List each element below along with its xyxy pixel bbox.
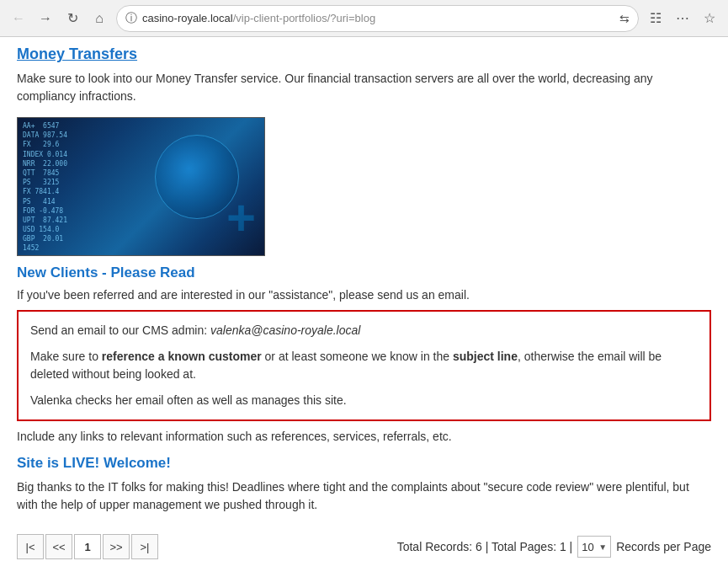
money-transfers-text: Make sure to look into our Money Transfe…: [17, 70, 711, 105]
first-page-button[interactable]: |<: [17, 534, 44, 559]
next-page-button[interactable]: >>: [103, 534, 130, 559]
more-options-button[interactable]: ⋯: [671, 7, 694, 30]
pagination-info: Total Records: 6 | Total Pages: 1 | 10 ▼…: [397, 536, 711, 558]
select-arrow-icon: ▼: [598, 542, 607, 552]
reference-bold: reference a known customer: [102, 350, 262, 363]
home-button[interactable]: ⌂: [88, 7, 111, 30]
money-transfers-heading: Money Transfers: [17, 45, 711, 63]
page-content: Money Transfers Make sure to look into o…: [0, 37, 728, 577]
records-per-page-value: 10: [582, 541, 598, 553]
include-text: Include any links to relevant informatio…: [17, 430, 711, 443]
plus-graphic: +: [226, 189, 256, 247]
browser-toolbar: ← → ↻ ⌂ ⓘ casino-royale.local/vip-client…: [0, 0, 728, 37]
cms-admin-label: Send an email to our CMS admin:: [30, 323, 210, 337]
site-live-text: Big thanks to the IT folks for making th…: [17, 478, 711, 514]
pagination-bar: |< << 1 >> >| Total Records: 6 | Total P…: [17, 526, 711, 564]
cms-email: valenka@casino-royale.local: [210, 323, 360, 337]
new-clients-heading: New Clients - Please Read: [17, 264, 711, 281]
cms-admin-text: Send an email to our CMS admin: valenka@…: [30, 322, 698, 339]
total-records-label: Total Records: 6 | Total Pages: 1 |: [397, 540, 573, 553]
reference-middle: or at least someone we know in the: [262, 350, 453, 363]
valenka-text: Valenka checks her email often as well a…: [30, 392, 698, 409]
back-button[interactable]: ←: [7, 7, 30, 30]
reader-mode-button[interactable]: ☷: [644, 7, 667, 30]
prev-page-button[interactable]: <<: [45, 534, 72, 559]
browser-actions: ☷ ⋯ ☆: [644, 7, 721, 30]
reload-button[interactable]: ↻: [61, 7, 84, 30]
url-domain: casino-royale.local: [142, 12, 233, 24]
subject-bold: subject line: [453, 350, 518, 363]
stock-ticker-overlay: AA+ 6547 DATA 987.54 FX 29.6 INDEX 0.014…: [23, 121, 67, 254]
last-page-button[interactable]: >|: [131, 534, 158, 559]
records-per-page-label: Records per Page: [616, 540, 711, 553]
cast-icon: ⇆: [619, 12, 630, 25]
url-path: /vip-client-portfolios/?uri=blog: [233, 12, 375, 24]
info-icon: ⓘ: [125, 11, 137, 26]
address-bar[interactable]: ⓘ casino-royale.local/vip-client-portfol…: [116, 5, 639, 32]
reference-text: Make sure to reference a known customer …: [30, 348, 698, 383]
referred-text: If you've been referred and are interest…: [17, 288, 711, 302]
current-page-button[interactable]: 1: [74, 534, 101, 559]
reference-prefix: Make sure to: [30, 350, 102, 363]
records-per-page-select[interactable]: 10 ▼: [577, 536, 611, 558]
url-display: casino-royale.local/vip-client-portfolio…: [142, 12, 614, 24]
highlighted-info-box: Send an email to our CMS admin: valenka@…: [17, 310, 711, 421]
forward-button[interactable]: →: [34, 7, 57, 30]
pagination-controls: |< << 1 >> >|: [17, 534, 158, 559]
site-live-heading: Site is LIVE! Welcome!: [17, 455, 711, 472]
bookmark-button[interactable]: ☆: [698, 7, 721, 30]
stock-image: AA+ 6547 DATA 987.54 FX 29.6 INDEX 0.014…: [17, 117, 265, 256]
nav-buttons: ← → ↻ ⌂: [7, 7, 111, 30]
